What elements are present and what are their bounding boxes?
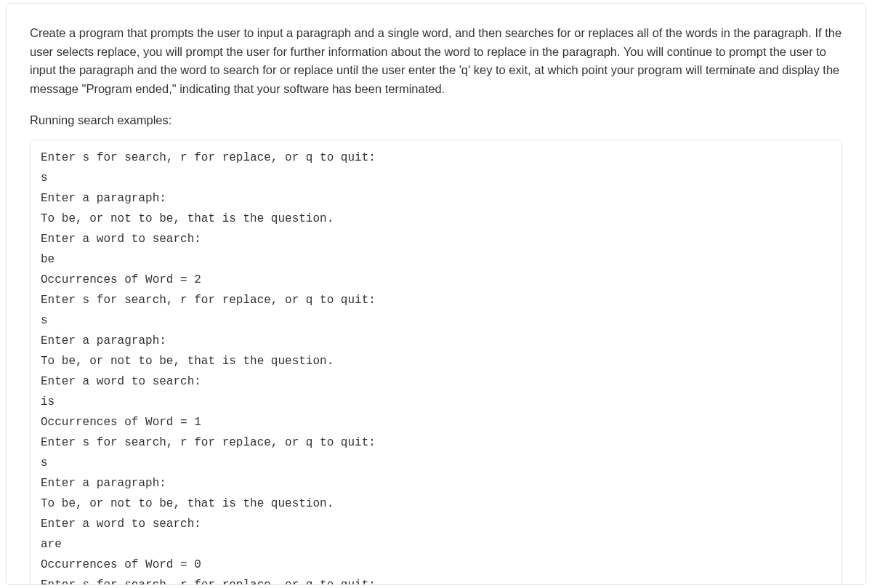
search-examples-label: Running search examples: (30, 111, 842, 129)
problem-instructions: Create a program that prompts the user t… (30, 24, 842, 98)
document-card: Create a program that prompts the user t… (6, 3, 866, 585)
code-output-block: Enter s for search, r for replace, or q … (30, 140, 842, 585)
